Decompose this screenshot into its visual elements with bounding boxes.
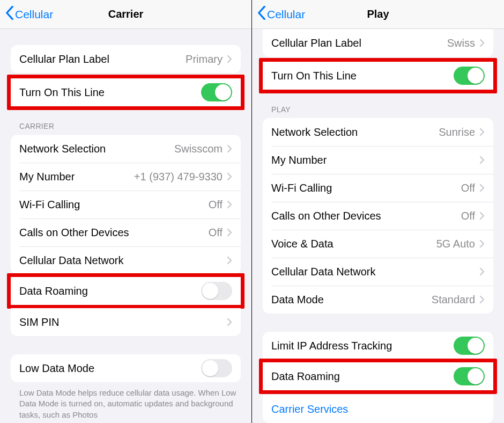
chevron-right-icon [227, 172, 232, 181]
plan-group: Cellular Plan Label Primary [11, 45, 241, 73]
row-label: Network Selection [19, 143, 174, 155]
row-value: +1 (937) 479-9330 [134, 171, 223, 183]
row-label: My Number [19, 171, 134, 183]
calls-other-devices-row[interactable]: Calls on Other Devices Off [11, 218, 241, 246]
row-label: Network Selection [271, 126, 439, 138]
plan-group: Cellular Plan Label Swiss [263, 29, 493, 57]
turn-on-line-row[interactable]: Turn On This Line [11, 78, 241, 106]
network-selection-row[interactable]: Network Selection Swisscom [11, 135, 241, 163]
row-label: Wi-Fi Calling [19, 199, 209, 211]
back-button[interactable]: Cellular [0, 6, 53, 23]
row-label: SIM PIN [19, 316, 227, 329]
chevron-right-icon [479, 212, 485, 220]
row-value: Swisscom [174, 143, 223, 155]
row-label: Calls on Other Devices [19, 227, 209, 239]
chevron-right-icon [479, 156, 485, 164]
carrier-services-row[interactable]: Carrier Services [263, 395, 493, 423]
row-label: Voice & Data [271, 238, 436, 250]
network-selection-row[interactable]: Network Selection Sunrise [263, 118, 493, 146]
row-label: Data Mode [271, 294, 432, 306]
row-label: Low Data Mode [19, 362, 201, 375]
back-label: Cellular [15, 8, 53, 21]
turn-on-line-toggle[interactable] [454, 67, 485, 85]
row-label: Turn On This Line [271, 70, 454, 82]
chevron-right-icon [227, 200, 232, 209]
data-mode-row[interactable]: Data Mode Standard [263, 286, 493, 313]
page-title: Play [367, 8, 389, 20]
calls-other-devices-row[interactable]: Calls on Other Devices Off [263, 202, 493, 230]
play-group: Network Selection Sunrise My Number Wi-F… [263, 118, 493, 313]
my-number-row[interactable]: My Number +1 (937) 479-9330 [11, 163, 241, 191]
back-button[interactable]: Cellular [252, 6, 305, 23]
row-value: Off [461, 182, 475, 194]
left-settings-pane: Cellular Carrier Cellular Plan Label Pri… [0, 0, 252, 423]
chevron-right-icon [227, 256, 232, 265]
low-data-group: Low Data Mode [11, 354, 241, 382]
chevron-right-icon [479, 295, 485, 304]
navbar: Cellular Carrier [0, 0, 251, 29]
row-label: Limit IP Address Tracking [271, 340, 454, 352]
chevron-right-icon [227, 55, 232, 63]
carrier-group: Network Selection Swisscom My Number +1 … [11, 135, 241, 274]
chevron-right-icon [479, 39, 485, 47]
my-number-row[interactable]: My Number [263, 146, 493, 174]
chevron-right-icon [479, 128, 485, 136]
row-value: Sunrise [439, 126, 475, 138]
cellular-plan-label-row[interactable]: Cellular Plan Label Swiss [263, 29, 493, 57]
chevron-right-icon [479, 239, 485, 248]
row-label: Carrier Services [271, 403, 485, 415]
chevron-left-icon [257, 6, 266, 23]
carrier-services-group: Carrier Services [263, 395, 493, 423]
row-value: 5G Auto [436, 238, 475, 250]
data-roaming-toggle[interactable] [201, 282, 232, 300]
ip-tracking-group: Limit IP Address Tracking [263, 332, 493, 360]
right-settings-pane: Cellular Play Cellular Plan Label Swiss … [252, 0, 504, 423]
voice-data-row[interactable]: Voice & Data 5G Auto [263, 230, 493, 258]
limit-ip-tracking-toggle[interactable] [454, 337, 485, 355]
low-data-mode-toggle[interactable] [201, 359, 232, 377]
row-label: My Number [271, 154, 479, 166]
row-label: Turn On This Line [19, 86, 201, 99]
limit-ip-tracking-row[interactable]: Limit IP Address Tracking [263, 332, 493, 360]
cellular-data-network-row[interactable]: Cellular Data Network [263, 258, 493, 286]
row-label: Cellular Plan Label [19, 53, 186, 65]
carrier-group-header: CARRIER [0, 110, 251, 135]
low-data-mode-row[interactable]: Low Data Mode [11, 354, 241, 382]
chevron-left-icon [5, 6, 14, 23]
sim-pin-row[interactable]: SIM PIN [11, 308, 241, 336]
row-value: Primary [186, 53, 223, 65]
row-value: Off [209, 199, 223, 211]
navbar: Cellular Play [252, 0, 504, 29]
wifi-calling-row[interactable]: Wi-Fi Calling Off [263, 174, 493, 202]
row-value: Swiss [447, 37, 475, 49]
row-label: Data Roaming [19, 285, 201, 297]
turn-on-line-group: Turn On This Line [263, 62, 493, 90]
low-data-footer: Low Data Mode helps reduce cellular data… [0, 382, 251, 420]
turn-on-line-row[interactable]: Turn On This Line [263, 62, 493, 90]
cellular-plan-label-row[interactable]: Cellular Plan Label Primary [11, 45, 241, 73]
page-title: Carrier [108, 8, 144, 20]
wifi-calling-row[interactable]: Wi-Fi Calling Off [11, 191, 241, 218]
row-label: Cellular Data Network [271, 266, 479, 278]
cellular-data-network-row[interactable]: Cellular Data Network [11, 246, 241, 274]
data-roaming-toggle[interactable] [454, 367, 485, 385]
chevron-right-icon [227, 228, 232, 237]
chevron-right-icon [227, 144, 232, 153]
turn-on-line-toggle[interactable] [201, 83, 232, 101]
chevron-right-icon [227, 318, 232, 326]
data-roaming-group: Data Roaming [11, 277, 241, 305]
turn-on-line-group: Turn On This Line [11, 78, 241, 106]
chevron-right-icon [479, 184, 485, 192]
data-roaming-row[interactable]: Data Roaming [263, 362, 493, 390]
row-label: Data Roaming [271, 370, 454, 383]
chevron-right-icon [479, 267, 485, 276]
row-label: Wi-Fi Calling [271, 182, 461, 194]
row-value: Off [461, 210, 475, 222]
data-roaming-row[interactable]: Data Roaming [11, 277, 241, 305]
sim-pin-group: SIM PIN [11, 308, 241, 336]
data-roaming-group: Data Roaming [263, 362, 493, 390]
row-value: Standard [432, 294, 475, 306]
row-label: Calls on Other Devices [271, 210, 461, 222]
play-group-header: PLAY [252, 93, 504, 118]
back-label: Cellular [267, 8, 305, 21]
